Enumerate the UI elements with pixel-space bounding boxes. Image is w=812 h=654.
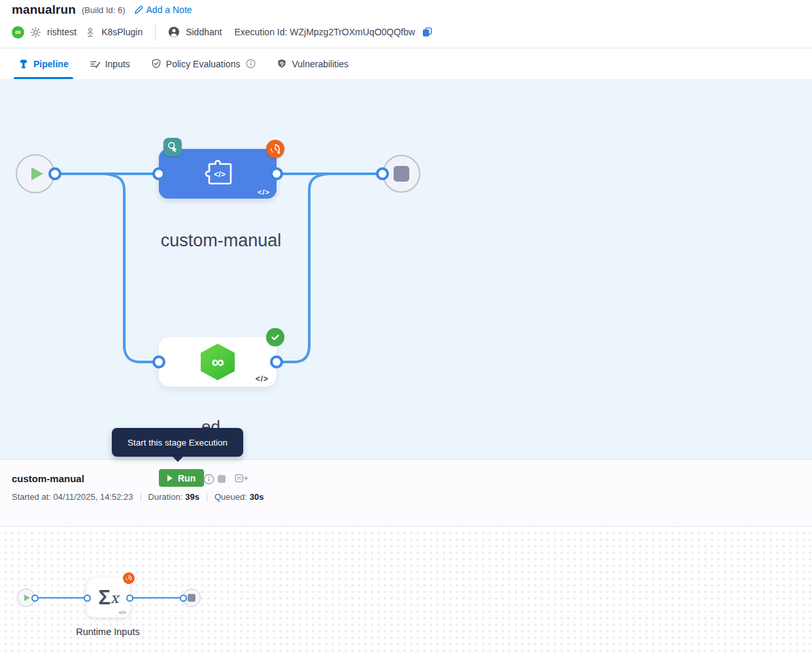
click-icon bbox=[166, 140, 179, 154]
tab-inputs-label: Inputs bbox=[105, 59, 130, 69]
tab-bar: Pipeline Inputs Policy Evaluations bbox=[0, 48, 812, 79]
plugin-step-icon: </> bbox=[201, 159, 234, 189]
run-button[interactable]: Run bbox=[159, 469, 204, 487]
stop-icon bbox=[188, 594, 195, 602]
execution-page: manualrun (Build Id: 6) Add a Note ∞ ris… bbox=[0, 0, 812, 654]
connector-dot[interactable] bbox=[152, 355, 165, 368]
skip-stage-icon[interactable] bbox=[235, 474, 248, 483]
tab-policy-label: Policy Evaluations bbox=[166, 59, 241, 69]
pipeline-edges bbox=[0, 79, 812, 459]
user-name: Siddhant bbox=[186, 27, 222, 37]
gear-icon bbox=[30, 27, 41, 38]
info-icon bbox=[246, 59, 256, 69]
sigma-x: x bbox=[110, 590, 118, 606]
manual-trigger-badge bbox=[163, 138, 182, 156]
runtime-inputs-step-node[interactable]: Σx </> bbox=[87, 578, 130, 617]
connector-dot[interactable] bbox=[376, 167, 389, 180]
connector-dot[interactable] bbox=[126, 595, 133, 602]
plugin-name[interactable]: K8sPlugin bbox=[101, 27, 143, 37]
project-name[interactable]: rishtest bbox=[47, 27, 76, 37]
header: manualrun (Build Id: 6) Add a Note ∞ ris… bbox=[0, 0, 812, 48]
tab-pipeline[interactable]: Pipeline bbox=[14, 48, 73, 79]
yaml-code-glyph: </> bbox=[118, 610, 126, 615]
sigma-icon: Σ bbox=[98, 586, 110, 610]
play-icon bbox=[30, 166, 44, 182]
stage-node-custom-manual[interactable]: </> </> bbox=[159, 149, 277, 199]
user-icon bbox=[168, 26, 180, 38]
policy-shield-icon bbox=[151, 58, 161, 69]
yaml-code-glyph: </> bbox=[256, 374, 269, 384]
clock-icon bbox=[269, 142, 282, 155]
tab-pipeline-label: Pipeline bbox=[33, 59, 69, 69]
stage-execution-canvas[interactable]: Σx </> Runtime Inputs bbox=[0, 527, 812, 654]
stage-label[interactable]: custom-manual bbox=[144, 231, 298, 251]
connector-dot[interactable] bbox=[152, 167, 165, 180]
duration-label: Duration: bbox=[148, 492, 183, 502]
timeout-badge bbox=[266, 140, 284, 158]
success-check-badge bbox=[266, 328, 284, 346]
timeout-badge bbox=[123, 572, 135, 584]
play-icon bbox=[24, 594, 31, 602]
tab-vulnerabilities[interactable]: Vulnerabilities bbox=[272, 48, 353, 79]
pencil-icon bbox=[134, 5, 143, 14]
stage-name: custom-manual bbox=[12, 473, 84, 484]
run-button-label: Run bbox=[178, 473, 195, 483]
connector-dot[interactable] bbox=[84, 595, 91, 602]
tab-vulnerabilities-label: Vulnerabilities bbox=[292, 59, 348, 69]
add-note-link[interactable]: Add a Note bbox=[134, 5, 192, 15]
connector-dot[interactable] bbox=[270, 355, 283, 368]
divider bbox=[207, 493, 207, 502]
play-icon bbox=[167, 475, 173, 482]
runtime-inputs-label: Runtime Inputs bbox=[61, 627, 154, 637]
yaml-code-glyph: </> bbox=[258, 188, 270, 196]
tooltip-text: Start this stage Execution bbox=[127, 438, 228, 448]
copy-icon[interactable] bbox=[422, 27, 432, 37]
queued-label: Queued: bbox=[214, 492, 247, 502]
stop-stage-icon[interactable] bbox=[218, 475, 226, 483]
stop-icon bbox=[394, 166, 409, 182]
duration-value: 39s bbox=[185, 492, 199, 502]
add-note-label: Add a Note bbox=[146, 5, 192, 15]
connector-dot[interactable] bbox=[180, 595, 187, 602]
connector-dot[interactable] bbox=[48, 167, 61, 180]
run-tooltip: Start this stage Execution bbox=[112, 428, 243, 457]
step-node-harness[interactable]: ∞ </> bbox=[159, 337, 277, 387]
execution-id: Execution Id: WZjMpzg2TrOXmUqO0QQfbw bbox=[234, 27, 414, 37]
pipeline-icon bbox=[18, 59, 29, 69]
tab-inputs[interactable]: Inputs bbox=[85, 48, 135, 79]
harness-logo-icon: ∞ bbox=[12, 26, 24, 39]
tab-policy-evaluations[interactable]: Policy Evaluations bbox=[146, 48, 261, 79]
check-icon bbox=[269, 331, 281, 343]
divider bbox=[141, 493, 141, 502]
page-title: manualrun bbox=[12, 3, 76, 17]
info-icon[interactable] bbox=[203, 474, 214, 485]
divider bbox=[155, 24, 156, 41]
queued-value: 30s bbox=[250, 492, 264, 502]
inputs-icon bbox=[90, 59, 101, 69]
connector-dot[interactable] bbox=[31, 595, 39, 602]
connector-dot[interactable] bbox=[270, 167, 283, 180]
stage-detail-bar: custom-manual Run Started at: 04/11/2025… bbox=[0, 459, 812, 527]
vulnerabilities-shield-icon bbox=[277, 58, 287, 69]
clock-icon bbox=[125, 574, 133, 582]
svg-text:</>: </> bbox=[214, 170, 225, 179]
stage-stats: Started at: 04/11/2025, 14:52:23 Duratio… bbox=[12, 492, 264, 502]
delegate-icon bbox=[85, 27, 95, 38]
build-id-label: (Build Id: 6) bbox=[82, 5, 125, 15]
harness-hexagon-icon: ∞ bbox=[201, 344, 235, 380]
started-at-text: Started at: 04/11/2025, 14:52:23 bbox=[12, 492, 133, 502]
pipeline-canvas[interactable]: </> </> custom-manual ∞ </> bbox=[0, 79, 812, 459]
